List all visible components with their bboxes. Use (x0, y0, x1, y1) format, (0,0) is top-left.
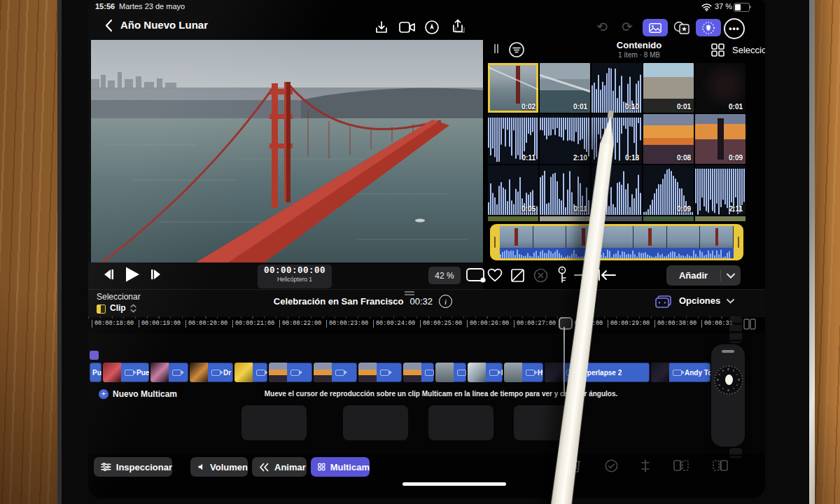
timeline-clip[interactable]: Andy To Produ (651, 363, 710, 382)
step-backward-icon[interactable] (102, 269, 115, 280)
thumbnail-duration: 0:11 (574, 205, 587, 213)
selected-clip-filmstrip[interactable] (490, 224, 743, 260)
play-button[interactable] (125, 266, 140, 283)
media-thumbnail-partial (488, 216, 538, 221)
ruler-tick: 00:00:25:00 (420, 320, 462, 328)
reject-icon[interactable] (511, 269, 524, 282)
chevron-down-icon (727, 273, 735, 279)
media-thumbnail[interactable]: 2:10 (540, 114, 590, 164)
status-time: 15:56 (95, 2, 115, 10)
plus-circle-icon[interactable]: + (99, 389, 108, 399)
animate-button[interactable]: Animar (252, 457, 307, 477)
timeline-clip[interactable] (314, 363, 357, 382)
up-down-chevrons-icon (130, 304, 136, 313)
camera-icon (425, 370, 434, 376)
undo-icon[interactable]: ⟲ (596, 19, 608, 35)
clip-appearance-icon[interactable] (743, 318, 756, 330)
live-drawing-icon[interactable] (424, 20, 440, 35)
chevron-down-icon (727, 299, 734, 304)
timeline-ruler[interactable]: 00:00:18:0000:00:19:0000:00:20:0000:00:2… (88, 316, 739, 334)
timeline-clip[interactable]: He (468, 363, 503, 382)
timeline-clip[interactable]: Pue (90, 363, 102, 382)
multicam-button[interactable]: Multicam (311, 457, 370, 477)
timeline-clip[interactable] (150, 363, 188, 382)
drag-handle-icon[interactable] (494, 44, 496, 53)
golden-gate-video-frame (91, 40, 483, 262)
timeline-clip[interactable] (358, 363, 402, 382)
clip-type-selector[interactable]: Clip (110, 303, 126, 313)
media-thumbnail[interactable]: 0:11 (488, 114, 538, 164)
overlay-options-icon (655, 295, 673, 308)
media-browser-icon[interactable] (643, 19, 668, 36)
jog-grip[interactable] (722, 350, 734, 353)
media-thumbnail[interactable]: 0:11 (540, 165, 590, 215)
back-chevron-icon[interactable] (105, 19, 113, 32)
timeline-marker[interactable] (90, 351, 99, 360)
media-thumbnail[interactable]: 0:02 (488, 63, 538, 113)
jog-wheel-dial[interactable] (714, 365, 743, 395)
media-thumbnail[interactable]: 0:01 (540, 63, 590, 113)
options-button[interactable]: Opciones (679, 295, 720, 306)
camera-icon (211, 370, 220, 376)
delete-circle-icon[interactable] (533, 268, 548, 283)
timeline-clip[interactable] (435, 363, 466, 382)
filter-icon[interactable] (508, 41, 525, 58)
select-mode-label[interactable]: Seleccionar (97, 292, 141, 302)
trim-left-icon[interactable] (673, 459, 689, 472)
import-icon[interactable] (374, 20, 389, 35)
timeline-clip[interactable]: Hyperlapse 2 (545, 363, 650, 382)
thumbnail-duration: 0:09 (677, 205, 691, 213)
info-icon[interactable]: i (439, 295, 452, 308)
timeline-clip[interactable]: Pues (103, 363, 149, 382)
step-forward-icon[interactable] (150, 269, 162, 280)
inspect-button[interactable]: Inspeccionar (94, 457, 172, 477)
media-thumbnail[interactable]: 0:01 (695, 63, 746, 113)
more-icon[interactable]: ••• (724, 18, 745, 39)
trim-right-icon[interactable] (713, 459, 728, 472)
playhead-handle[interactable] (559, 317, 573, 330)
multicam-hint: Mueve el cursor de reproducción sobre un… (231, 390, 651, 398)
ruler-tick: 00:00:18:00 (92, 320, 134, 328)
ruler-tick: 00:00:30:00 (654, 320, 696, 328)
viewer[interactable] (91, 40, 483, 262)
keyword-icon[interactable] (557, 266, 567, 284)
timeline-clip-label: Andy To Produ (685, 369, 710, 377)
home-indicator[interactable] (402, 482, 506, 486)
remote-session-icon[interactable] (696, 19, 721, 36)
new-multicam-button[interactable]: Nuevo Multicam (113, 389, 177, 399)
jog-wheel-panel[interactable] (711, 344, 745, 447)
thumbnail-duration: 0:18 (625, 154, 639, 162)
media-thumbnail[interactable]: 0:05 (488, 165, 538, 215)
zoom-level[interactable]: 42 % (428, 267, 461, 284)
drag-handle-icon[interactable] (405, 291, 414, 293)
timeline-clip[interactable] (269, 363, 312, 382)
grid-icon[interactable] (711, 43, 724, 57)
add-button[interactable]: Añadir (666, 265, 741, 286)
redo-icon[interactable]: ⟳ (622, 19, 633, 35)
timeline-clip[interactable]: Hype (504, 363, 543, 382)
media-thumbnail[interactable]: 2:11 (695, 165, 746, 215)
titles-effects-icon[interactable] (671, 19, 693, 36)
timeline-clip[interactable] (234, 363, 267, 382)
media-thumbnail-partial (540, 216, 590, 221)
display-pip-icon[interactable] (466, 267, 486, 283)
favorite-icon[interactable] (487, 268, 503, 282)
media-thumbnail[interactable]: 0:01 (643, 63, 694, 113)
done-circle-icon[interactable] (605, 459, 618, 472)
select-button[interactable]: Seleccionar (732, 45, 765, 55)
media-thumbnail[interactable]: 0:09 (695, 114, 746, 164)
volume-button[interactable]: Volumen (190, 457, 248, 477)
share-icon[interactable] (449, 18, 466, 35)
camera-icon (673, 370, 682, 376)
media-thumbnail[interactable]: 0:09 (643, 165, 694, 215)
camera-icon (457, 370, 466, 376)
blade-icon[interactable] (640, 459, 651, 472)
ruler-tick: 00:00:26:00 (467, 320, 509, 328)
camera-icon[interactable] (399, 22, 416, 33)
playhead-line[interactable] (564, 327, 565, 396)
media-thumbnail[interactable]: 0:10 (592, 63, 642, 113)
timeline-clip[interactable] (403, 363, 434, 382)
thumbnail-duration: 2:10 (573, 154, 587, 162)
timeline-clip[interactable]: Dr (190, 363, 233, 382)
media-thumbnail[interactable]: 0:08 (643, 114, 694, 164)
